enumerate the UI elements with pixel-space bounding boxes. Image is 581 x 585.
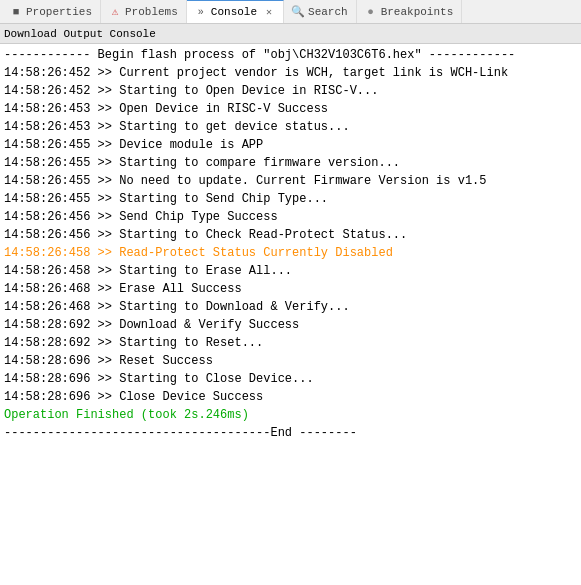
tab-properties-label: Properties bbox=[26, 6, 92, 18]
tab-problems[interactable]: ⚠ Problems bbox=[101, 0, 187, 23]
tab-console-close[interactable]: ✕ bbox=[263, 6, 275, 18]
console-line: 14:58:26:455 >> Starting to Send Chip Ty… bbox=[4, 190, 577, 208]
console-line: 14:58:26:453 >> Open Device in RISC-V Su… bbox=[4, 100, 577, 118]
console-title: Download Output Console bbox=[4, 28, 156, 40]
console-line: 14:58:26:452 >> Starting to Open Device … bbox=[4, 82, 577, 100]
console-line: 14:58:28:692 >> Download & Verify Succes… bbox=[4, 316, 577, 334]
tab-bar: ■ Properties ⚠ Problems » Console ✕ 🔍 Se… bbox=[0, 0, 581, 24]
console-line: 14:58:26:468 >> Starting to Download & V… bbox=[4, 298, 577, 316]
breakpoints-icon: ● bbox=[365, 6, 377, 18]
tab-console-label: Console bbox=[211, 6, 257, 18]
console-line: 14:58:26:456 >> Send Chip Type Success bbox=[4, 208, 577, 226]
console-line: 14:58:26:458 >> Starting to Erase All... bbox=[4, 262, 577, 280]
console-line: 14:58:26:455 >> Device module is APP bbox=[4, 136, 577, 154]
console-output[interactable]: ------------ Begin flash process of "obj… bbox=[0, 44, 581, 585]
console-line: -------------------------------------End… bbox=[4, 424, 577, 442]
tab-properties[interactable]: ■ Properties bbox=[2, 0, 101, 23]
console-line: 14:58:26:453 >> Starting to get device s… bbox=[4, 118, 577, 136]
tab-console[interactable]: » Console ✕ bbox=[187, 0, 284, 23]
title-bar: Download Output Console bbox=[0, 24, 581, 44]
console-line: 14:58:26:458 >> Read-Protect Status Curr… bbox=[4, 244, 577, 262]
tab-search[interactable]: 🔍 Search bbox=[284, 0, 357, 23]
console-line: 14:58:26:452 >> Current project vendor i… bbox=[4, 64, 577, 82]
console-line: 14:58:28:696 >> Reset Success bbox=[4, 352, 577, 370]
tab-breakpoints[interactable]: ● Breakpoints bbox=[357, 0, 463, 23]
console-line: 14:58:28:696 >> Close Device Success bbox=[4, 388, 577, 406]
properties-icon: ■ bbox=[10, 6, 22, 18]
console-line: ------------ Begin flash process of "obj… bbox=[4, 46, 577, 64]
tab-search-label: Search bbox=[308, 6, 348, 18]
console-line: 14:58:26:468 >> Erase All Success bbox=[4, 280, 577, 298]
console-line: 14:58:26:455 >> Starting to compare firm… bbox=[4, 154, 577, 172]
tab-breakpoints-label: Breakpoints bbox=[381, 6, 454, 18]
problems-icon: ⚠ bbox=[109, 6, 121, 18]
console-line: Operation Finished (took 2s.246ms) bbox=[4, 406, 577, 424]
console-line: 14:58:26:455 >> No need to update. Curre… bbox=[4, 172, 577, 190]
console-line: 14:58:28:692 >> Starting to Reset... bbox=[4, 334, 577, 352]
console-line: 14:58:26:456 >> Starting to Check Read-P… bbox=[4, 226, 577, 244]
search-icon: 🔍 bbox=[292, 6, 304, 18]
console-line: 14:58:28:696 >> Starting to Close Device… bbox=[4, 370, 577, 388]
tab-problems-label: Problems bbox=[125, 6, 178, 18]
console-icon: » bbox=[195, 6, 207, 18]
